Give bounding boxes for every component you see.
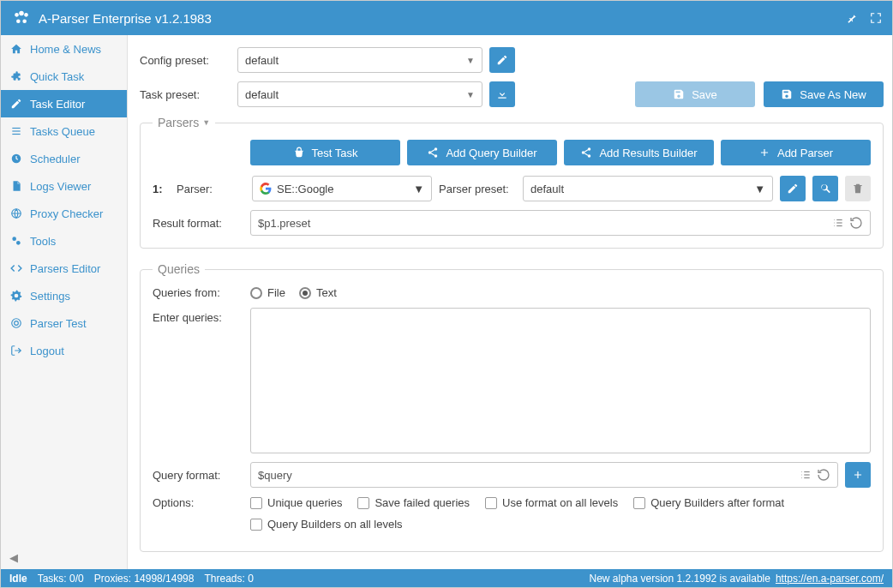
puzzle-icon	[9, 69, 23, 83]
sidebar-item-scheduler[interactable]: Scheduler	[1, 145, 127, 172]
app-logo-icon	[11, 8, 32, 28]
task-preset-label: Task preset:	[140, 88, 231, 101]
sidebar-item-label: Tasks Queue	[30, 125, 95, 138]
parser-select[interactable]: SE::Google ▼	[252, 176, 432, 201]
sidebar-item-home[interactable]: Home & News	[1, 35, 127, 63]
radio-dot-checked-icon	[299, 287, 311, 299]
sidebar: Home & News Quick Task Task Editor Tasks…	[1, 35, 128, 569]
target-icon	[9, 316, 23, 330]
result-format-input[interactable]: $p1.preset	[250, 210, 871, 236]
chevron-down-icon: ▼	[466, 56, 475, 65]
parsers-legend[interactable]: Parsers ▼	[153, 116, 215, 129]
svg-point-13	[15, 321, 19, 326]
pin-icon[interactable]	[846, 12, 858, 24]
query-format-input[interactable]: $query	[250, 462, 838, 488]
parser-label: Parser:	[177, 183, 245, 195]
sidebar-item-parser-test[interactable]: Parser Test	[1, 309, 127, 337]
add-parser-button[interactable]: Add Parser	[721, 140, 871, 165]
svg-point-2	[24, 13, 28, 17]
list-icon[interactable]	[832, 217, 844, 229]
sidebar-item-settings[interactable]: Settings	[1, 282, 127, 309]
edit-config-preset-button[interactable]	[489, 47, 515, 73]
parser-tools-button[interactable]	[812, 176, 838, 201]
svg-point-16	[435, 154, 438, 158]
sidebar-item-tasks-queue[interactable]: Tasks Queue	[1, 117, 127, 145]
checkbox-icon	[633, 497, 645, 509]
sidebar-collapse-icon[interactable]: ◀	[9, 551, 18, 564]
task-preset-value: default	[245, 88, 279, 101]
radio-dot-icon	[250, 287, 262, 299]
sidebar-item-quick-task[interactable]: Quick Task	[1, 63, 127, 90]
chevron-down-icon: ▼	[202, 118, 210, 127]
parser-preset-select[interactable]: default ▼	[523, 176, 773, 201]
list-icon	[9, 124, 23, 138]
sidebar-item-logout[interactable]: Logout	[1, 337, 127, 364]
globe-icon	[9, 207, 23, 220]
checkbox-qb-all-levels[interactable]: Query Builders on all levels	[250, 518, 403, 531]
cogs-icon	[9, 234, 23, 248]
add-query-format-button[interactable]	[845, 462, 871, 488]
checkbox-use-format-all[interactable]: Use format on all levels	[485, 496, 618, 509]
parser-preset-label: Parser preset:	[439, 183, 516, 195]
edit-parser-button[interactable]	[780, 176, 806, 201]
sidebar-item-label: Quick Task	[30, 70, 84, 83]
reset-icon[interactable]	[817, 468, 830, 482]
google-icon	[260, 183, 272, 195]
save-as-new-button[interactable]: Save As New	[764, 81, 884, 107]
add-query-builder-label: Add Query Builder	[446, 147, 536, 159]
parser-preset-value: default	[530, 183, 564, 195]
sidebar-item-label: Task Editor	[30, 98, 85, 111]
sidebar-item-parsers-editor[interactable]: Parsers Editor	[1, 255, 127, 282]
status-idle: Idle	[9, 573, 27, 585]
main-content: Config preset: default ▼ Task preset: de…	[128, 35, 892, 569]
svg-point-3	[16, 19, 21, 23]
radio-file[interactable]: File	[250, 286, 285, 299]
reset-icon[interactable]	[849, 216, 863, 230]
sidebar-item-label: Scheduler	[30, 153, 81, 165]
delete-parser-button[interactable]	[845, 176, 871, 201]
parser-value: SE::Google	[277, 183, 334, 195]
sidebar-item-logs-viewer[interactable]: Logs Viewer	[1, 172, 127, 200]
sidebar-item-label: Home & News	[30, 43, 101, 56]
checkbox-qb-after-format[interactable]: Query Builders after format	[633, 496, 784, 509]
sidebar-item-proxy-checker[interactable]: Proxy Checker	[1, 200, 127, 227]
checkbox-unique-queries[interactable]: Unique queries	[250, 496, 342, 509]
sidebar-item-label: Proxy Checker	[30, 207, 103, 220]
queries-textarea[interactable]	[250, 308, 871, 453]
load-task-preset-button[interactable]	[489, 81, 515, 107]
sidebar-item-label: Logout	[30, 345, 64, 357]
checkbox-icon	[250, 519, 262, 531]
sidebar-item-task-editor[interactable]: Task Editor	[1, 90, 127, 117]
statusbar: Idle Tasks: 0/0 Proxies: 14998/14998 Thr…	[1, 569, 892, 588]
status-threads: Threads: 0	[204, 573, 253, 585]
sidebar-item-label: Parsers Editor	[30, 262, 100, 275]
add-results-builder-label: Add Results Builder	[599, 147, 697, 159]
code-icon	[9, 261, 23, 275]
add-results-builder-button[interactable]: Add Results Builder	[564, 140, 714, 165]
add-query-builder-button[interactable]: Add Query Builder	[407, 140, 557, 165]
pencil-icon	[9, 97, 23, 111]
checkbox-icon	[357, 497, 369, 509]
fullscreen-icon[interactable]	[870, 12, 882, 24]
config-preset-select[interactable]: default ▼	[237, 47, 482, 73]
task-preset-select[interactable]: default ▼	[237, 81, 482, 107]
options-label: Options:	[153, 496, 243, 509]
radio-text[interactable]: Text	[299, 286, 337, 299]
svg-point-15	[429, 151, 432, 154]
sidebar-item-label: Parser Test	[30, 317, 87, 330]
save-button[interactable]: Save	[635, 81, 755, 107]
test-task-button[interactable]: Test Task	[250, 140, 400, 165]
svg-point-17	[588, 147, 591, 151]
enter-queries-label: Enter queries:	[153, 308, 243, 324]
list-icon[interactable]	[800, 469, 812, 481]
svg-point-12	[12, 319, 21, 328]
checkbox-save-failed[interactable]: Save failed queries	[357, 496, 470, 509]
queries-from-label: Queries from:	[153, 286, 243, 299]
config-preset-label: Config preset:	[140, 54, 231, 67]
sidebar-item-label: Settings	[30, 290, 70, 303]
test-task-label: Test Task	[312, 147, 358, 159]
checkbox-icon	[250, 497, 262, 509]
status-link[interactable]: https://en.a-parser.com/	[776, 573, 884, 585]
sidebar-item-tools[interactable]: Tools	[1, 227, 127, 255]
svg-point-11	[16, 241, 21, 245]
